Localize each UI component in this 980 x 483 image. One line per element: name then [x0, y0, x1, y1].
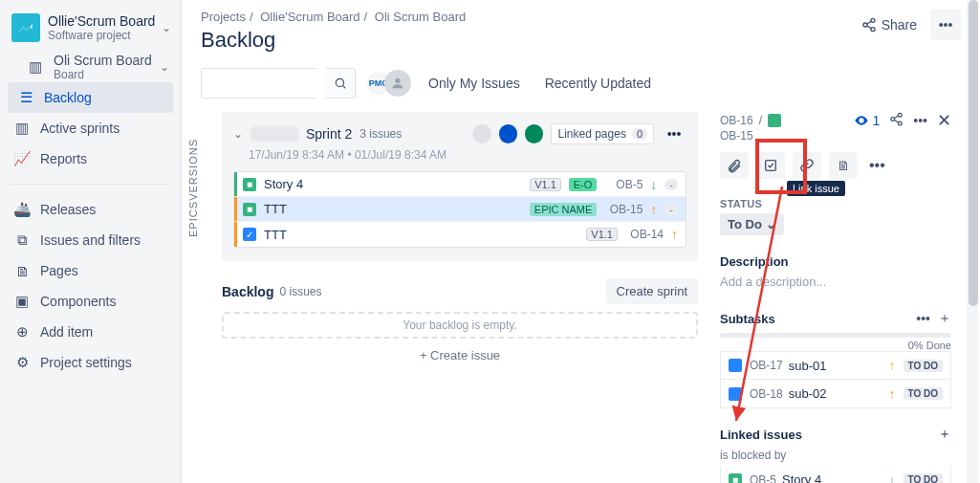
avatar-unassigned[interactable] [384, 70, 411, 97]
filter-recently-updated[interactable]: Recently Updated [537, 76, 659, 91]
progress-percent: 0% Done [720, 340, 951, 351]
board-switcher[interactable]: ▥ Oli Scrum Board Board ⌄ [0, 52, 181, 82]
search-input[interactable] [201, 68, 316, 99]
nav-backlog[interactable]: ☰ Backlog [8, 82, 173, 113]
nav-components[interactable]: ▣ Components [0, 286, 181, 317]
priority-icon: ↓ [650, 177, 657, 192]
issue-row[interactable]: ✓ TTT V1.1 OB-14 ↑ [234, 222, 686, 247]
sidebar: Ollie'Scrum Board Software project ⌄ ▥ O… [0, 0, 182, 483]
nav-label: Add item [40, 324, 93, 340]
pages-icon: 🗎 [11, 263, 33, 279]
share-icon[interactable]: Share [861, 17, 917, 33]
sprint-prefix [250, 126, 298, 142]
svg-point-4 [395, 78, 400, 83]
watch-count: 1 [872, 113, 880, 128]
watch-button[interactable]: 1 [854, 113, 880, 128]
issue-row[interactable]: ■ TTT EPIC NAME OB-15 ↑ - [234, 197, 686, 222]
backlog-empty: Your backlog is empty. [222, 312, 698, 339]
sprint-count: 3 issues [359, 127, 402, 141]
project-type: Software project [48, 29, 155, 42]
linked-pages-count: 0 [632, 128, 647, 140]
svg-point-7 [899, 121, 903, 125]
epic-label[interactable]: EPIC NAME [530, 203, 598, 216]
crumb-project[interactable]: Ollie'Scrum Board [260, 10, 359, 24]
search-button[interactable] [325, 68, 356, 99]
description-heading: Description [720, 254, 951, 269]
project-switcher[interactable]: Ollie'Scrum Board Software project ⌄ [0, 6, 181, 52]
status-pill-todo[interactable] [472, 124, 490, 143]
create-sprint-button[interactable]: Create sprint [606, 278, 698, 304]
nav-project-settings[interactable]: ⚙ Project settings [0, 347, 181, 378]
story-icon: ■ [729, 473, 742, 484]
crumb-board[interactable]: Oli Scrum Board [375, 10, 466, 24]
more-button[interactable]: ••• [930, 10, 961, 40]
versions-tab[interactable]: VERSIONS [187, 139, 205, 201]
subtask-row[interactable]: OB-18 sub-02 ↑ TO DO [720, 380, 951, 408]
priority-icon: ↑ [889, 358, 896, 373]
attach-button[interactable] [720, 152, 749, 179]
svg-point-5 [899, 113, 903, 117]
nav-label: Active sprints [40, 121, 120, 136]
nav-label: Components [40, 294, 116, 309]
nav-add-item[interactable]: ⊕ Add item [0, 317, 181, 347]
sprint-more[interactable]: ••• [662, 121, 686, 146]
components-icon: ▣ [11, 293, 33, 310]
page-title: Backlog [201, 28, 961, 53]
issue-key: OB-5 [604, 178, 642, 191]
nav-pages[interactable]: 🗎 Pages [0, 255, 181, 286]
backlog-header: Backlog 0 issues Create sprint [222, 278, 698, 304]
sprint-collapse[interactable]: ⌄ [233, 127, 243, 141]
link-relation: is blocked by [720, 449, 951, 462]
filter-only-my-issues[interactable]: Only My Issues [421, 76, 528, 91]
nav-releases[interactable]: 🚢 Releases [0, 194, 181, 225]
svg-point-0 [871, 18, 875, 22]
linked-title: Story 4 [782, 472, 821, 483]
story-icon [768, 114, 781, 127]
subtask-row[interactable]: OB-17 sub-01 ↑ TO DO [720, 351, 951, 380]
svg-point-6 [891, 118, 895, 121]
action-more[interactable]: ••• [865, 157, 889, 174]
epics-tab[interactable]: EPICS [187, 201, 205, 237]
priority-icon: ↓ [889, 472, 896, 484]
reports-icon: 📈 [11, 150, 33, 167]
page-button[interactable]: 🗎 [829, 152, 858, 179]
status-pill-inprogress[interactable] [499, 124, 517, 143]
subtask-button[interactable] [756, 152, 785, 179]
board-name: Oli Scrum Board [54, 53, 152, 68]
nav-reports[interactable]: 📈 Reports [0, 143, 181, 174]
parent-key[interactable]: OB-16 [720, 114, 753, 127]
nav-label: Reports [40, 151, 87, 166]
issue-detail-panel: OB-16 / OB-15 1 ••• ✕ Link issue 🗎 ••• S… [710, 110, 980, 483]
nav-active-sprints[interactable]: ▥ Active sprints [0, 113, 181, 143]
share-icon[interactable] [889, 112, 904, 129]
backlog-label: Backlog [222, 284, 273, 299]
svg-point-2 [871, 28, 875, 32]
crumb-projects[interactable]: Projects [201, 10, 246, 24]
nav-issues-filters[interactable]: ⧉ Issues and filters [0, 225, 181, 255]
scrollbar-thumb[interactable] [969, 0, 978, 306]
epic-short: E-O [569, 178, 598, 191]
linked-issue-row[interactable]: ■ OB-5 Story 4 ↓ TO DO [720, 466, 951, 483]
add-linked-issue[interactable]: ＋ [938, 426, 951, 443]
close-icon[interactable]: ✕ [937, 110, 951, 131]
task-icon: ✓ [243, 228, 256, 241]
status-dropdown[interactable]: To Do ⌄ [720, 213, 784, 235]
priority-icon: ↑ [889, 386, 896, 402]
subtask-title: sub-01 [789, 359, 827, 373]
status-pill-done[interactable] [525, 124, 543, 143]
create-issue-button[interactable]: + Create issue [222, 348, 698, 362]
linked-issues-heading: Linked issues [720, 428, 802, 442]
status-label: STATUS [720, 198, 762, 209]
svg-point-1 [863, 23, 867, 27]
description-placeholder[interactable]: Add a description... [720, 274, 951, 289]
add-subtask[interactable]: ＋ [938, 310, 951, 327]
breadcrumb: Projects/ Ollie'Scrum Board/ Oli Scrum B… [201, 10, 961, 24]
more-icon[interactable]: ••• [913, 113, 927, 128]
subtasks-heading: Subtasks [720, 312, 775, 326]
issue-key[interactable]: OB-15 [720, 129, 753, 143]
issue-row[interactable]: ■ Story 4 V1.1 E-O OB-5 ↓ - [234, 172, 686, 197]
linked-pages-button[interactable]: Linked pages 0 [551, 123, 654, 144]
link-issue-button[interactable] [793, 152, 821, 179]
gear-icon: ⚙ [11, 354, 33, 371]
subtasks-more[interactable]: ••• [916, 311, 930, 326]
